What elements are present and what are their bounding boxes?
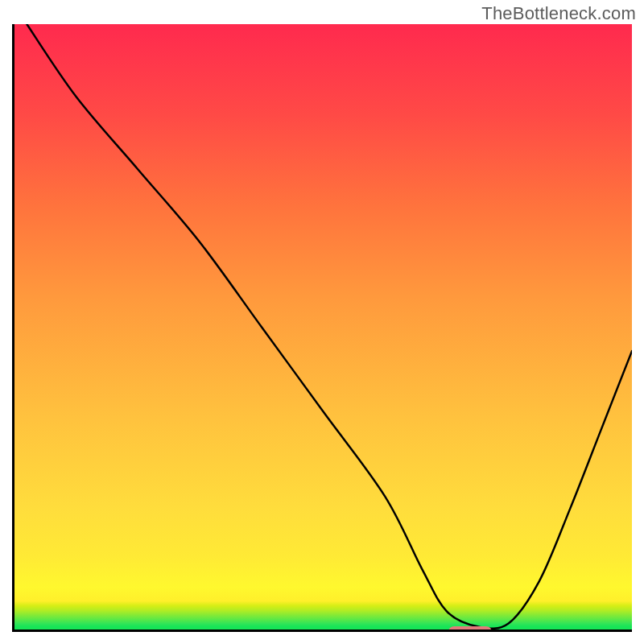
watermark-text: TheBottleneck.com	[481, 3, 636, 24]
bottleneck-curve	[14, 24, 632, 630]
chart-plot-area	[12, 24, 632, 632]
optimum-marker	[448, 626, 492, 632]
